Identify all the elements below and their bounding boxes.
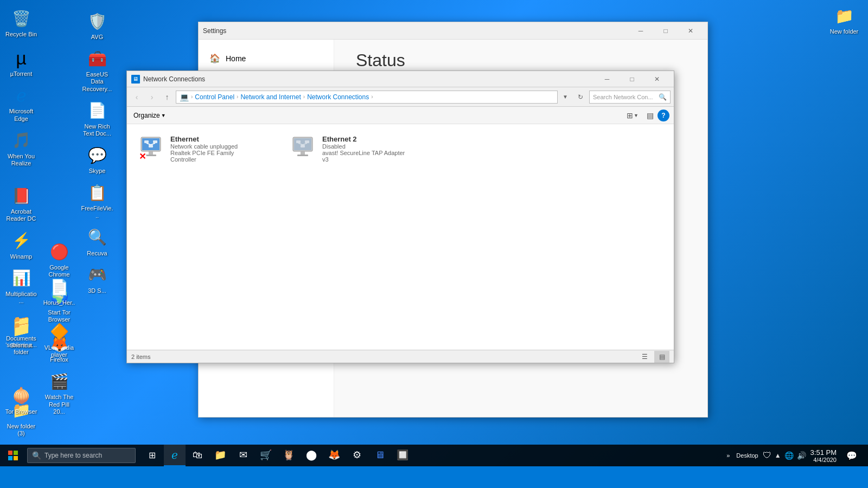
utorrent-label: µTorrent (5, 70, 37, 78)
taskbar-clock[interactable]: 3:51 PM 4/4/2020 (810, 448, 837, 463)
taskbar-app10[interactable]: 🔲 (392, 445, 413, 466)
adapter-ethernet-1-driver: Realtek PCIe FE Family Controller (170, 150, 257, 163)
system-tray-shield[interactable]: 🛡 (763, 451, 771, 460)
adapter-ethernet-2[interactable]: Ethernet 2 Disabled avast! SecureLine TA… (290, 135, 409, 339)
edge-icon: ℯ (10, 85, 32, 106)
svg-rect-18 (8, 451, 12, 455)
settings-home-link[interactable]: 🏠 Home (199, 48, 334, 69)
icon-new-rich-text[interactable]: 📄 New Rich Text Doc... (79, 98, 116, 139)
taskbar-app7[interactable]: ⬤ (301, 445, 322, 466)
network-maximize-btn[interactable]: □ (620, 71, 644, 87)
breadcrumb-control-panel[interactable]: Control Panel (195, 93, 234, 101)
taskbar-explorer-app[interactable]: 📁 (209, 445, 231, 466)
icon-acrobat[interactable]: 📕 Acrobat Reader DC (3, 183, 40, 224)
icon-winamp[interactable]: ⚡ Winamp (3, 228, 40, 262)
icon-when-you-realize[interactable]: 🎵 When You Realize (3, 127, 40, 169)
icon-tor-browser[interactable]: 🧅 Tor Browser (3, 383, 40, 418)
icon-firefox[interactable]: 🦊 Firefox (41, 331, 78, 365)
icon-3d-s[interactable]: 🎮 3D S... (79, 262, 116, 297)
edge-label: Microsoft Edge (5, 108, 37, 122)
breadcrumb-network-connections[interactable]: Network Connections (307, 93, 369, 101)
icon-watch-red-pill[interactable]: 🎬 Watch The Red Pill 20... (41, 368, 78, 418)
view-dropdown[interactable]: ⊞ ▼ (623, 108, 642, 123)
taskbar-apps: ⊞ ℯ 🛍 📁 ✉ 🛒 🦉 ⬤ 🦊 ⚙ 🖥 🔲 (141, 445, 413, 466)
system-tray-up-arrow[interactable]: ▲ (775, 452, 781, 459)
taskbar-app9[interactable]: 🖥 (369, 445, 391, 466)
svg-rect-2 (149, 151, 153, 155)
system-tray-volume[interactable]: 🔊 (797, 451, 806, 460)
icon-recycle-bin[interactable]: 🗑️ Recycle Bin (3, 5, 40, 40)
search-bar[interactable]: Search Network Con... 🔍 (589, 91, 671, 104)
error-x-icon: ✕ (138, 152, 146, 161)
taskbar-search[interactable]: 🔍 Type here to search (27, 448, 136, 463)
refresh-btn[interactable]: ↻ (574, 91, 587, 104)
taskbar-search-placeholder: Type here to search (44, 452, 102, 459)
multiplication-label: Multiplicatio... (5, 291, 37, 305)
acrobat-icon: 📕 (10, 185, 32, 207)
icon-multiplication[interactable]: 📊 Multiplicatio... (3, 265, 40, 307)
icon-utorrent[interactable]: µ µTorrent (3, 45, 40, 80)
horus-icon: 📄 (48, 276, 70, 298)
settings-maximize-btn[interactable]: □ (653, 22, 678, 40)
network-items-area: ✕ Ethernet Network cable unplugged Realt… (127, 124, 674, 350)
adapter-ethernet-1-info: Ethernet Network cable unplugged Realtek… (170, 135, 257, 163)
nav-back-btn[interactable]: ‹ (130, 91, 143, 104)
icon-horus[interactable]: 📄 Horus_Her... (41, 274, 78, 316)
search-icon: 🔍 (659, 93, 667, 101)
icon-new-folder-right[interactable]: 📁 New folder (826, 3, 863, 37)
icon-freefileview[interactable]: 📋 FreeFileVie... (79, 179, 116, 221)
nav-dropdown-btn[interactable]: ▼ (559, 91, 572, 104)
network-title-text: Network Connections (143, 75, 595, 83)
network-close-btn[interactable]: ✕ (644, 71, 669, 87)
icon-recuva[interactable]: 🔍 Recuva (79, 224, 116, 259)
firefox-icon: 🦊 (48, 333, 70, 355)
svg-rect-19 (14, 451, 18, 455)
recuva-icon: 🔍 (86, 227, 108, 248)
network-titlebar: 🖥 Network Connections ─ □ ✕ (127, 71, 674, 87)
breadcrumb-bar[interactable]: 💻 › Control Panel › Network and Internet… (176, 91, 558, 104)
adapter-ethernet-2-driver: avast! SecureLine TAP Adapter v3 (322, 150, 409, 163)
taskbar-settings-app[interactable]: ⚙ (346, 445, 368, 466)
settings-home-label: Home (226, 54, 246, 63)
status-list-view-btn[interactable]: ☰ (637, 351, 652, 363)
help-btn[interactable]: ? (658, 110, 669, 121)
start-button[interactable] (0, 445, 26, 466)
taskbar-notification-btn[interactable]: 💬 (841, 445, 863, 466)
icon-easeus[interactable]: 🧰 EaseUS Data Recovery... (79, 46, 116, 95)
icon-avg[interactable]: 🛡️ AVG (79, 8, 116, 43)
taskbar-task-view[interactable]: ⊞ (141, 445, 163, 466)
view-panel-btn[interactable]: ▤ (642, 110, 658, 121)
icon-edge[interactable]: ℯ Microsoft Edge (3, 82, 40, 124)
ethernet-2-svg (290, 135, 316, 161)
sep3: › (303, 94, 305, 100)
adapter-ethernet-1-icon: ✕ (138, 135, 164, 161)
sep2: › (237, 94, 238, 100)
icon-skype[interactable]: 💬 Skype (79, 142, 116, 177)
when-you-realize-icon: 🎵 (10, 130, 32, 151)
settings-close-btn[interactable]: ✕ (678, 22, 703, 40)
search-bar-text: Search Network Con... (593, 94, 656, 100)
show-more-btn[interactable]: » (724, 452, 732, 459)
adapter-ethernet-1[interactable]: ✕ Ethernet Network cable unplugged Realt… (138, 135, 257, 339)
organize-dropdown[interactable]: Organize ▼ (131, 110, 168, 121)
nav-forward-btn[interactable]: › (145, 91, 158, 104)
breadcrumb-network-internet[interactable]: Network and Internet (240, 93, 301, 101)
taskbar-firefox-taskbar[interactable]: 🦊 (323, 445, 345, 466)
system-tray-network[interactable]: 🌐 (784, 451, 794, 460)
network-minimize-btn[interactable]: ─ (595, 71, 620, 87)
network-title-icon: 🖥 (131, 75, 140, 84)
settings-minimize-btn[interactable]: ─ (628, 22, 653, 40)
winamp-label: Winamp (5, 253, 37, 260)
tor-browser-icon: 🧅 (10, 385, 32, 407)
settings-titlebar: Settings ─ □ ✕ (199, 22, 707, 40)
icon-sublimina[interactable]: 📁 'sublimina... folder (3, 316, 40, 358)
view-grid-btn[interactable]: ⊞ ▼ (625, 110, 640, 121)
taskbar-store-app[interactable]: 🛍 (187, 445, 208, 466)
status-detail-view-btn[interactable]: ▤ (654, 351, 669, 363)
taskbar-edge-app[interactable]: ℯ (164, 445, 186, 466)
taskbar-mail-app[interactable]: ✉ (232, 445, 254, 466)
taskbar-amazon-app[interactable]: 🛒 (255, 445, 277, 466)
taskbar-tripadvisor-app[interactable]: 🦉 (278, 445, 299, 466)
sep4: › (371, 94, 373, 100)
nav-up-btn[interactable]: ↑ (161, 91, 174, 104)
